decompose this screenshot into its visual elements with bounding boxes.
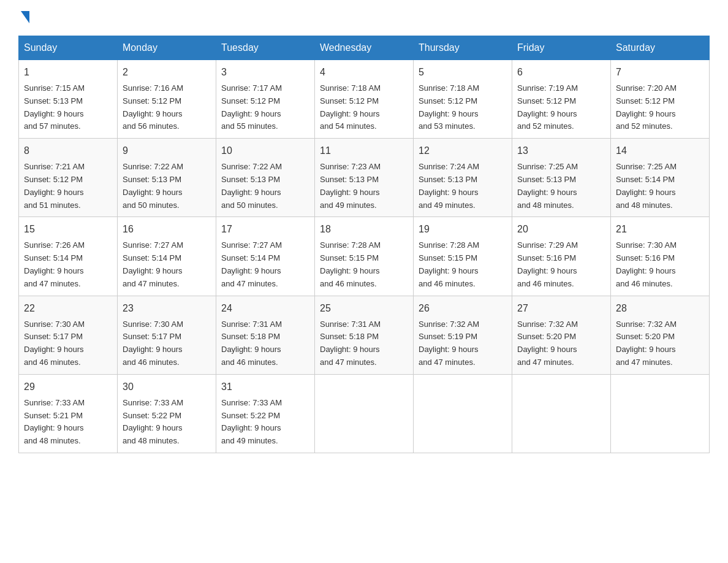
day-number: 28 (616, 301, 704, 316)
day-number: 11 (320, 144, 408, 158)
day-info: Sunrise: 7:16 AMSunset: 5:12 PMDaylight:… (123, 82, 211, 133)
header-wednesday: Wednesday (315, 36, 414, 60)
calendar-cell: 28Sunrise: 7:32 AMSunset: 5:20 PMDayligh… (611, 296, 710, 374)
week-row-5: 29Sunrise: 7:33 AMSunset: 5:21 PMDayligh… (19, 374, 710, 453)
day-info: Sunrise: 7:20 AMSunset: 5:12 PMDaylight:… (616, 82, 704, 133)
calendar-cell (414, 374, 512, 453)
day-info: Sunrise: 7:30 AMSunset: 5:17 PMDaylight:… (123, 318, 211, 369)
page-header (18, 12, 710, 23)
calendar-cell: 24Sunrise: 7:31 AMSunset: 5:18 PMDayligh… (216, 296, 315, 374)
calendar-cell: 1Sunrise: 7:15 AMSunset: 5:13 PMDaylight… (19, 60, 118, 139)
day-info: Sunrise: 7:17 AMSunset: 5:12 PMDaylight:… (221, 82, 309, 133)
day-number: 23 (123, 301, 211, 316)
day-number: 20 (517, 222, 605, 237)
day-info: Sunrise: 7:22 AMSunset: 5:13 PMDaylight:… (123, 161, 211, 212)
day-info: Sunrise: 7:33 AMSunset: 5:22 PMDaylight:… (123, 397, 211, 448)
calendar-cell: 30Sunrise: 7:33 AMSunset: 5:22 PMDayligh… (118, 374, 216, 453)
calendar-cell: 29Sunrise: 7:33 AMSunset: 5:21 PMDayligh… (19, 374, 118, 453)
calendar-cell: 19Sunrise: 7:28 AMSunset: 5:15 PMDayligh… (414, 217, 512, 296)
calendar-cell: 9Sunrise: 7:22 AMSunset: 5:13 PMDaylight… (118, 139, 216, 217)
day-info: Sunrise: 7:24 AMSunset: 5:13 PMDaylight:… (419, 161, 507, 212)
day-number: 29 (24, 380, 112, 394)
day-info: Sunrise: 7:27 AMSunset: 5:14 PMDaylight:… (123, 239, 211, 290)
day-info: Sunrise: 7:15 AMSunset: 5:13 PMDaylight:… (24, 82, 112, 133)
logo-triangle-icon (21, 11, 29, 23)
day-number: 17 (221, 222, 309, 237)
header-thursday: Thursday (414, 36, 512, 60)
day-info: Sunrise: 7:31 AMSunset: 5:18 PMDaylight:… (221, 318, 309, 369)
calendar-cell: 25Sunrise: 7:31 AMSunset: 5:18 PMDayligh… (315, 296, 414, 374)
header-sunday: Sunday (19, 36, 118, 60)
day-number: 1 (24, 65, 112, 80)
calendar-cell: 23Sunrise: 7:30 AMSunset: 5:17 PMDayligh… (118, 296, 216, 374)
day-info: Sunrise: 7:27 AMSunset: 5:14 PMDaylight:… (221, 239, 309, 290)
day-info: Sunrise: 7:19 AMSunset: 5:12 PMDaylight:… (517, 82, 605, 133)
day-info: Sunrise: 7:23 AMSunset: 5:13 PMDaylight:… (320, 161, 408, 212)
calendar-cell: 11Sunrise: 7:23 AMSunset: 5:13 PMDayligh… (315, 139, 414, 217)
header-saturday: Saturday (611, 36, 710, 60)
day-number: 10 (221, 144, 309, 158)
day-number: 22 (24, 301, 112, 316)
calendar-cell: 14Sunrise: 7:25 AMSunset: 5:14 PMDayligh… (611, 139, 710, 217)
day-number: 12 (419, 144, 507, 158)
day-number: 21 (616, 222, 704, 237)
calendar-cell: 31Sunrise: 7:33 AMSunset: 5:22 PMDayligh… (216, 374, 315, 453)
week-row-1: 1Sunrise: 7:15 AMSunset: 5:13 PMDaylight… (19, 60, 710, 139)
week-row-4: 22Sunrise: 7:30 AMSunset: 5:17 PMDayligh… (19, 296, 710, 374)
day-number: 8 (24, 144, 112, 158)
calendar-cell: 7Sunrise: 7:20 AMSunset: 5:12 PMDaylight… (611, 60, 710, 139)
day-number: 4 (320, 65, 408, 80)
calendar-cell: 8Sunrise: 7:21 AMSunset: 5:12 PMDaylight… (19, 139, 118, 217)
week-row-2: 8Sunrise: 7:21 AMSunset: 5:12 PMDaylight… (19, 139, 710, 217)
day-info: Sunrise: 7:29 AMSunset: 5:16 PMDaylight:… (517, 239, 605, 290)
day-number: 19 (419, 222, 507, 237)
day-info: Sunrise: 7:21 AMSunset: 5:12 PMDaylight:… (24, 161, 112, 212)
day-number: 15 (24, 222, 112, 237)
day-number: 7 (616, 65, 704, 80)
day-info: Sunrise: 7:33 AMSunset: 5:21 PMDaylight:… (24, 397, 112, 448)
day-number: 25 (320, 301, 408, 316)
day-info: Sunrise: 7:30 AMSunset: 5:17 PMDaylight:… (24, 318, 112, 369)
calendar-cell: 17Sunrise: 7:27 AMSunset: 5:14 PMDayligh… (216, 217, 315, 296)
calendar-cell: 27Sunrise: 7:32 AMSunset: 5:20 PMDayligh… (512, 296, 611, 374)
calendar-table: SundayMondayTuesdayWednesdayThursdayFrid… (18, 36, 710, 453)
day-number: 13 (517, 144, 605, 158)
day-info: Sunrise: 7:26 AMSunset: 5:14 PMDaylight:… (24, 239, 112, 290)
calendar-cell: 20Sunrise: 7:29 AMSunset: 5:16 PMDayligh… (512, 217, 611, 296)
day-number: 24 (221, 301, 309, 316)
day-info: Sunrise: 7:33 AMSunset: 5:22 PMDaylight:… (221, 397, 309, 448)
calendar-cell: 18Sunrise: 7:28 AMSunset: 5:15 PMDayligh… (315, 217, 414, 296)
day-info: Sunrise: 7:18 AMSunset: 5:12 PMDaylight:… (320, 82, 408, 133)
header-monday: Monday (118, 36, 216, 60)
calendar-cell: 5Sunrise: 7:18 AMSunset: 5:12 PMDaylight… (414, 60, 512, 139)
day-number: 5 (419, 65, 507, 80)
day-info: Sunrise: 7:30 AMSunset: 5:16 PMDaylight:… (616, 239, 704, 290)
calendar-cell: 3Sunrise: 7:17 AMSunset: 5:12 PMDaylight… (216, 60, 315, 139)
calendar-cell: 10Sunrise: 7:22 AMSunset: 5:13 PMDayligh… (216, 139, 315, 217)
day-info: Sunrise: 7:32 AMSunset: 5:19 PMDaylight:… (419, 318, 507, 369)
calendar-cell: 12Sunrise: 7:24 AMSunset: 5:13 PMDayligh… (414, 139, 512, 217)
day-info: Sunrise: 7:32 AMSunset: 5:20 PMDaylight:… (616, 318, 704, 369)
day-number: 2 (123, 65, 211, 80)
calendar-header-row: SundayMondayTuesdayWednesdayThursdayFrid… (19, 36, 710, 60)
calendar-cell: 4Sunrise: 7:18 AMSunset: 5:12 PMDaylight… (315, 60, 414, 139)
calendar-cell: 15Sunrise: 7:26 AMSunset: 5:14 PMDayligh… (19, 217, 118, 296)
header-tuesday: Tuesday (216, 36, 315, 60)
calendar-cell (512, 374, 611, 453)
calendar-cell (315, 374, 414, 453)
calendar-cell: 21Sunrise: 7:30 AMSunset: 5:16 PMDayligh… (611, 217, 710, 296)
day-info: Sunrise: 7:32 AMSunset: 5:20 PMDaylight:… (517, 318, 605, 369)
day-number: 31 (221, 380, 309, 394)
calendar-cell: 6Sunrise: 7:19 AMSunset: 5:12 PMDaylight… (512, 60, 611, 139)
day-number: 30 (123, 380, 211, 394)
day-info: Sunrise: 7:28 AMSunset: 5:15 PMDaylight:… (320, 239, 408, 290)
calendar-cell: 16Sunrise: 7:27 AMSunset: 5:14 PMDayligh… (118, 217, 216, 296)
day-info: Sunrise: 7:25 AMSunset: 5:14 PMDaylight:… (616, 161, 704, 212)
header-friday: Friday (512, 36, 611, 60)
day-info: Sunrise: 7:31 AMSunset: 5:18 PMDaylight:… (320, 318, 408, 369)
week-row-3: 15Sunrise: 7:26 AMSunset: 5:14 PMDayligh… (19, 217, 710, 296)
calendar-cell: 22Sunrise: 7:30 AMSunset: 5:17 PMDayligh… (19, 296, 118, 374)
calendar-cell: 13Sunrise: 7:25 AMSunset: 5:13 PMDayligh… (512, 139, 611, 217)
day-number: 18 (320, 222, 408, 237)
day-number: 27 (517, 301, 605, 316)
